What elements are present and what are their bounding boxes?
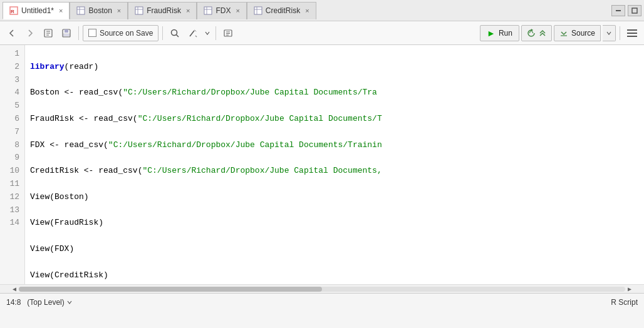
compile-button[interactable] [220,24,236,42]
find-button[interactable] [167,24,183,42]
horizontal-scrollbar[interactable]: ◀ ▶ [0,284,644,293]
tab-fraudrisk[interactable]: FraudRisk × [128,2,197,19]
table-icon-fraudrisk [135,6,143,15]
rerun-button[interactable] [521,25,552,41]
source-on-save-label: Source on Save [100,29,153,38]
tab-boston-label: Boston [88,6,112,15]
svg-rect-5 [135,7,143,14]
code-line-1: library(readr) [30,61,639,74]
run-arrow-icon: ► [487,28,496,38]
scroll-track[interactable] [19,287,625,292]
tab-untitled1[interactable]: R Untitled1* × [3,2,70,19]
table-icon-creditrisk [254,6,262,15]
svg-rect-8 [204,7,212,14]
svg-rect-15 [632,8,637,13]
source-label: Source [571,29,595,38]
tab-creditrisk-label: CreditRisk [266,6,300,15]
forward-button[interactable] [22,24,38,42]
code-line-4: FDX <- read_csv("C:/Users/Richard/Dropbo… [30,139,639,152]
tab-creditrisk-close[interactable]: × [305,7,309,14]
scope-label: (Top Level) [27,298,64,307]
r-script-icon: R [9,6,18,15]
scope-dropdown-icon[interactable] [66,299,73,305]
source-on-save-button[interactable]: Source on Save [83,25,158,41]
code-content[interactable]: library(readr) Boston <- read_csv("C:/Us… [25,45,644,284]
code-tools-dropdown[interactable] [203,24,212,42]
tab-fraudrisk-close[interactable]: × [186,7,190,14]
svg-rect-22 [63,34,70,36]
tab-fdx[interactable]: FDX × [197,2,246,19]
tab-creditrisk[interactable]: CreditRisk × [247,2,316,19]
table-icon-fdx [204,6,212,15]
code-line-3: FraudRisk <- read_csv("C:/Users/Richard/… [30,113,639,126]
goto-source-button[interactable] [40,24,56,42]
svg-line-27 [195,36,197,37]
svg-rect-2 [77,7,85,14]
file-type: R Script [611,298,638,307]
save-button[interactable] [58,24,75,42]
svg-marker-26 [194,29,197,32]
scroll-thumb[interactable] [19,287,322,292]
hamburger-line-3 [627,36,637,37]
code-line-8: View(FDX) [30,243,639,256]
scope-indicator[interactable]: (Top Level) [27,298,72,307]
window-controls [611,5,641,16]
status-bar: 14:8 (Top Level) R Script [0,293,644,310]
tab-untitled1-close[interactable]: × [59,7,63,14]
table-icon-boston [76,6,85,15]
code-line-7: View(FraudRisk) [30,217,639,230]
source-button[interactable]: Source [554,25,601,41]
run-label: Run [499,29,512,38]
svg-line-25 [190,31,194,36]
menu-button[interactable] [624,26,640,40]
scroll-right-button[interactable]: ▶ [625,285,634,293]
run-button[interactable]: ► Run [480,25,519,41]
separator-2 [162,26,163,40]
separator-1 [78,26,79,40]
editor-container: 1 2 3 4 5 6 7 8 9 10 11 12 13 14 library… [0,45,644,293]
minimize-window-button[interactable] [611,5,625,16]
tab-fraudrisk-label: FraudRisk [147,6,181,15]
hamburger-line-2 [627,33,637,34]
source-on-save-checkbox[interactable] [88,29,96,37]
svg-line-24 [177,34,179,37]
back-button[interactable] [4,24,20,42]
separator-4 [620,26,620,40]
hamburger-line-1 [627,29,637,31]
code-line-6: View(Boston) [30,191,639,204]
svg-rect-21 [65,29,68,33]
code-tools-button[interactable] [185,24,201,42]
maximize-window-button[interactable] [628,5,641,16]
code-line-2: Boston <- read_csv("C:/Users/Richard/Dro… [30,86,639,100]
tab-fdx-label: FDX [216,6,231,15]
toolbar-right: ► Run Source [480,25,640,41]
toolbar: Source on Save ► Run [0,21,644,45]
title-bar: R Untitled1* × Boston × FraudRisk × [0,0,644,21]
scroll-left-button[interactable]: ◀ [10,285,19,293]
separator-3 [216,26,216,40]
svg-text:R: R [11,9,14,14]
code-line-9: View(CreditRisk) [30,269,639,282]
tab-untitled1-label: Untitled1* [21,6,54,15]
code-area[interactable]: 1 2 3 4 5 6 7 8 9 10 11 12 13 14 library… [0,45,644,284]
line-numbers: 1 2 3 4 5 6 7 8 9 10 11 12 13 14 [0,45,25,284]
code-line-5: CreditRisk <- read_csv("C:/Users/Richard… [30,165,639,178]
tab-fdx-close[interactable]: × [236,7,239,14]
svg-rect-14 [616,10,621,11]
svg-point-23 [172,29,177,35]
cursor-position: 14:8 [6,298,21,307]
source-dropdown-button[interactable] [603,25,616,41]
tab-boston-close[interactable]: × [117,7,121,14]
tab-boston[interactable]: Boston × [70,2,128,19]
svg-rect-11 [254,7,262,14]
